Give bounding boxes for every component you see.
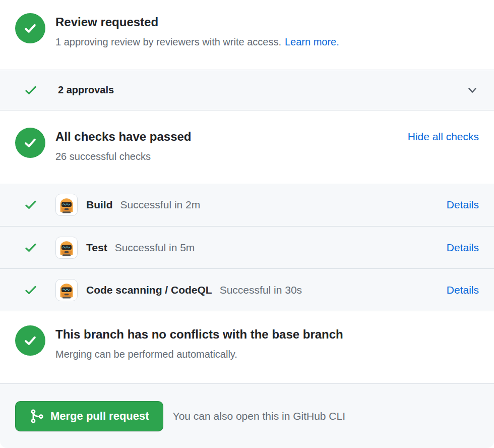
merge-action-bar: Merge pull request You can also open thi… xyxy=(0,383,494,448)
merge-status-section: This branch has no conflicts with the ba… xyxy=(0,311,494,383)
approvals-accordion-row[interactable]: 2 approvals xyxy=(0,70,494,110)
github-cli-hint: You can also open this in GitHub CLI xyxy=(173,410,345,422)
check-icon xyxy=(24,83,38,97)
check-icon xyxy=(22,20,38,36)
merge-status-title: This branch has no conflicts with the ba… xyxy=(55,326,343,343)
git-merge-icon xyxy=(29,409,44,424)
check-status: Successful in 30s xyxy=(220,284,302,296)
check-row-test: Test Successful in 5m Details xyxy=(0,226,494,268)
details-link[interactable]: Details xyxy=(447,242,479,254)
check-list: Build Successful in 2m Details Test Succ… xyxy=(0,184,494,311)
github-actions-bot-avatar xyxy=(55,279,78,301)
details-link[interactable]: Details xyxy=(447,284,479,296)
github-actions-bot-avatar xyxy=(55,237,78,259)
robot-icon xyxy=(56,195,77,215)
check-name: Test xyxy=(86,242,107,254)
review-requested-subtitle: 1 approving review by reviewers with wri… xyxy=(55,36,281,47)
check-circle-icon xyxy=(15,325,45,356)
check-icon xyxy=(24,283,38,297)
check-icon xyxy=(24,198,38,212)
merge-button-label: Merge pull request xyxy=(50,410,149,423)
check-row-codeql: Code scanning / CodeQL Successful in 30s… xyxy=(0,268,494,311)
check-name: Build xyxy=(86,199,113,211)
robot-icon xyxy=(56,280,77,300)
hide-all-checks-link[interactable]: Hide all checks xyxy=(408,131,479,142)
github-actions-bot-avatar xyxy=(55,194,78,216)
check-status: Successful in 2m xyxy=(120,199,201,211)
approvals-label: 2 approvals xyxy=(58,84,114,96)
check-row-build: Build Successful in 2m Details xyxy=(0,184,494,226)
robot-icon xyxy=(56,238,77,258)
pr-merge-box: Review requested 1 approving review by r… xyxy=(0,0,494,448)
review-requested-title: Review requested xyxy=(55,14,339,30)
checks-summary-section: All checks have passed 26 successful che… xyxy=(0,110,494,184)
check-icon xyxy=(22,135,38,151)
check-status: Successful in 5m xyxy=(115,242,195,254)
learn-more-link[interactable]: Learn more. xyxy=(285,36,339,47)
details-link[interactable]: Details xyxy=(447,199,479,211)
review-requested-section: Review requested 1 approving review by r… xyxy=(0,0,494,70)
check-circle-icon xyxy=(15,128,45,158)
check-icon xyxy=(24,241,38,255)
check-name: Code scanning / CodeQL xyxy=(86,284,212,296)
check-icon xyxy=(22,332,38,349)
merge-pull-request-button[interactable]: Merge pull request xyxy=(15,401,163,431)
chevron-down-icon[interactable] xyxy=(466,84,479,97)
checks-summary-subtitle: 26 successful checks xyxy=(55,149,191,163)
check-circle-icon xyxy=(15,13,45,43)
checks-summary-title: All checks have passed xyxy=(55,129,191,145)
merge-status-subtitle: Merging can be performed automatically. xyxy=(55,347,343,361)
